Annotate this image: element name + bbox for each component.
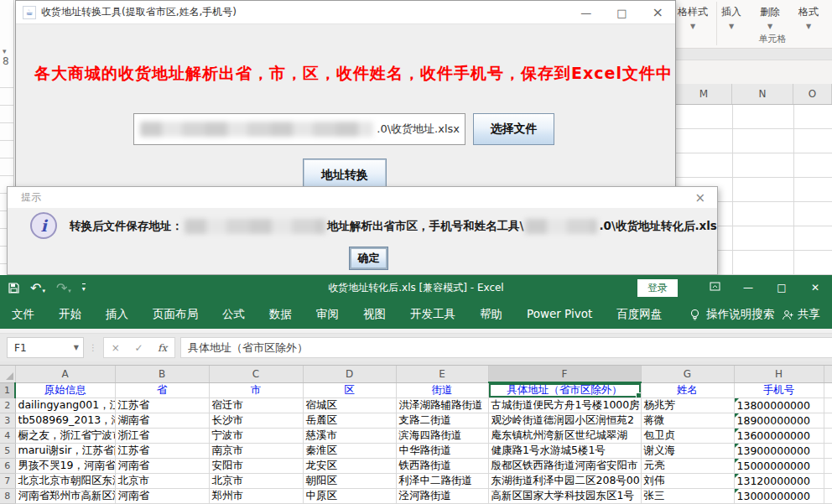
cell-G5[interactable]: 谢义海 [641, 444, 734, 459]
cell-F8[interactable]: 高新区国家大学科技园东区1号 [488, 489, 641, 504]
cell-F7[interactable]: 东湖街道利泽中园二区208号00 [488, 474, 641, 489]
cell-B8[interactable]: 河南省 [115, 489, 209, 504]
background-column-M[interactable]: M [676, 84, 732, 104]
column-header-B[interactable]: B [115, 366, 209, 382]
column-header-C[interactable]: C [209, 366, 303, 382]
qat-customize-icon[interactable]: ▾ [82, 283, 86, 293]
cell-C1[interactable]: 市 [209, 382, 303, 398]
cell-C7[interactable]: 北京市 [209, 474, 303, 489]
cell-C2[interactable]: 宿迁市 [209, 398, 303, 413]
tab-7[interactable]: 审阅 [316, 307, 339, 322]
cell-partial[interactable] [824, 444, 832, 459]
cell-D1[interactable]: 区 [303, 382, 396, 398]
cell-E5[interactable]: 中华路街道 [396, 444, 488, 459]
column-header-H[interactable]: H [734, 366, 824, 382]
cell-F3[interactable]: 观沙岭街道德润园小区润恒苑2 [488, 413, 641, 429]
background-column-O[interactable]: O [793, 84, 832, 104]
cell-A5[interactable]: marui谢sir，江苏省南 [15, 444, 115, 459]
cell-B6[interactable]: 河南省 [115, 459, 209, 474]
close-icon[interactable]: ✕ [798, 282, 832, 294]
row-header-3[interactable]: 3 [0, 413, 15, 429]
cell-D4[interactable]: 慈溪市 [303, 429, 396, 444]
cell-partial[interactable] [824, 474, 832, 489]
cell-B4[interactable]: 浙江省 [115, 429, 209, 444]
cell-D7[interactable]: 朝阳区 [303, 474, 396, 489]
tab-4[interactable]: 页面布局 [153, 307, 198, 322]
column-header-A[interactable]: A [15, 366, 115, 382]
redo-button[interactable]: ↷▾ [56, 280, 71, 296]
formula-input[interactable]: 具体地址（省市区除外） [180, 337, 832, 358]
save-icon[interactable] [8, 283, 19, 294]
row-header-2[interactable]: 2 [0, 398, 15, 413]
ribbon-display-options-icon[interactable] [698, 282, 731, 294]
cell-G3[interactable]: 蒋微 [641, 413, 734, 429]
ok-button[interactable]: 确定 [349, 247, 388, 270]
background-column-N[interactable]: N [732, 84, 793, 104]
select-all-corner[interactable] [0, 366, 15, 382]
cell-A1[interactable]: 原始信息 [15, 382, 115, 398]
cell-A8[interactable]: 河南省郑州市高新区泾 [15, 489, 115, 504]
cell-F5[interactable]: 健康路1号水游城5楼1号 [488, 444, 641, 459]
cell-D5[interactable]: 秦淮区 [303, 444, 396, 459]
cell-A2[interactable]: dailingyang001，江苏省 [15, 398, 115, 413]
tab-3[interactable]: 插入 [106, 307, 128, 322]
column-header-F[interactable]: F [488, 366, 641, 382]
cell-C5[interactable]: 南京市 [209, 444, 303, 459]
cell-D8[interactable]: 中原区 [303, 489, 396, 504]
cell-partial[interactable] [824, 489, 832, 504]
cell-partial[interactable] [824, 398, 832, 413]
back-ribbon-button-2[interactable]: 删除▼ [760, 5, 780, 30]
share-button[interactable]: 共享 [782, 307, 820, 322]
cell-C6[interactable]: 安阳市 [209, 459, 303, 474]
cell-C4[interactable]: 宁波市 [209, 429, 303, 444]
sheet-table[interactable]: ABCDEFGH 1原始信息省市区街道具体地址（省市区除外）姓名手机号2dail… [0, 366, 832, 504]
maximize-icon[interactable]: □ [616, 8, 627, 18]
cell-C8[interactable]: 郑州市 [209, 489, 303, 504]
maximize-icon[interactable]: □ [765, 282, 798, 294]
cell-H8[interactable]: 13000000000 [734, 489, 824, 504]
row-header-1[interactable]: 1 [0, 382, 15, 398]
cell-F2[interactable]: 古城街道便民方舟1号楼1000房 [488, 398, 641, 413]
row-header-4[interactable]: 4 [0, 429, 15, 444]
column-header-G[interactable]: G [641, 366, 734, 382]
cell-G7[interactable]: 刘伟 [641, 474, 734, 489]
cell-G4[interactable]: 包卫贞 [641, 429, 734, 444]
cell-C3[interactable]: 长沙市 [209, 413, 303, 429]
tab-1[interactable]: 文件 [12, 307, 34, 322]
cell-B2[interactable]: 江苏省 [115, 398, 209, 413]
column-header-E[interactable]: E [396, 366, 488, 382]
cell-D6[interactable]: 龙安区 [303, 459, 396, 474]
cell-H6[interactable]: 15000000000 [734, 459, 824, 474]
close-icon[interactable]: × [653, 6, 663, 19]
cell-partial[interactable] [824, 413, 832, 429]
cell-B7[interactable]: 北京市 [115, 474, 209, 489]
cell-D2[interactable]: 宿城区 [303, 398, 396, 413]
cell-A3[interactable]: tb508969_2013，湖南省 [15, 413, 115, 429]
cell-E2[interactable]: 洪泽湖路辅路街道 [396, 398, 488, 413]
cell-E6[interactable]: 铁西路街道 [396, 459, 488, 474]
cell-E4[interactable]: 滨海四路街道 [396, 429, 488, 444]
tab-12[interactable]: 百度网盘 [616, 307, 662, 322]
tab-11[interactable]: Power Pivot [527, 307, 592, 322]
cell-G8[interactable]: 张三 [641, 489, 734, 504]
back-ribbon-button-3[interactable]: 格式▼ [798, 5, 819, 30]
cell-A7[interactable]: 北京北京市朝阳区东湖 [15, 474, 115, 489]
cell-G1[interactable]: 姓名 [641, 382, 734, 398]
file-path-input[interactable]: .0\收货地址.xlsx [133, 113, 465, 145]
cell-A4[interactable]: 橱之友，浙江省宁波市 [15, 429, 115, 444]
cell-G6[interactable]: 元亮 [641, 459, 734, 474]
minimize-icon[interactable]: — [731, 282, 765, 294]
cell-B1[interactable]: 省 [115, 382, 209, 398]
cell-H7[interactable]: 13120000000 [734, 474, 824, 489]
tab-9[interactable]: 开发工具 [410, 307, 455, 322]
name-box[interactable]: F1▼ [7, 337, 84, 358]
cell-H3[interactable]: 18900000000 [734, 413, 824, 429]
cell-partial[interactable] [824, 459, 832, 474]
select-file-button[interactable]: 选择文件 [473, 113, 554, 145]
cell-H5[interactable]: 13900000000 [734, 444, 824, 459]
confirm-entry-icon[interactable]: ✓ [134, 342, 143, 354]
cell-E8[interactable]: 泾河路街道 [396, 489, 488, 504]
cell-E1[interactable]: 街道 [396, 382, 488, 398]
cell-H4[interactable]: 13600000000 [734, 429, 824, 444]
insert-function-icon[interactable]: fx [158, 342, 167, 354]
